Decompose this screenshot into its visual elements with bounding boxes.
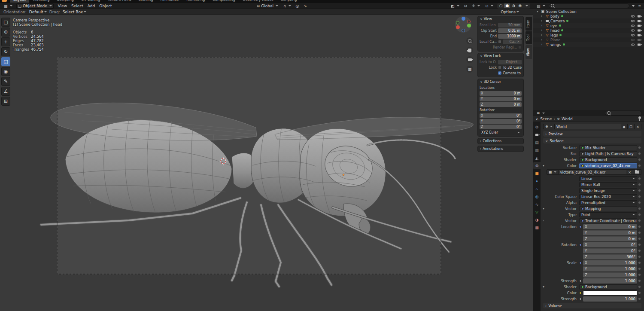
outliner-item[interactable]: › legs [533,33,644,37]
local-camera-checkbox[interactable] [498,40,501,43]
axis-neg-z-icon[interactable] [462,29,465,32]
panel-collections-header[interactable]: ›Collections [478,138,523,144]
editor-type-button[interactable]: ▦ [3,3,14,9]
scale-z-field[interactable]: Z1.000 [583,272,637,277]
hide-viewport-icon[interactable] [631,39,635,41]
workspace-tab[interactable]: Sculpting [54,0,78,3]
render-region-checkbox[interactable] [518,46,522,49]
tab-scene[interactable]: ◭ [533,154,541,162]
tab-view-layer[interactable]: ▥ [533,146,541,154]
disable-render-icon[interactable] [638,20,641,22]
workspace-tab[interactable]: Shading [135,0,157,3]
viewport-menu[interactable]: View [56,4,69,8]
outliner-item[interactable]: › Plane [533,37,644,42]
decorator-icon[interactable] [638,250,641,252]
cursor-rot-x[interactable]: X0° [480,113,522,118]
breadcrumb-scene[interactable]: Scene [540,117,552,121]
workspace-tab[interactable]: Layout [10,0,29,3]
fake-user-icon[interactable]: ◆ [621,124,628,129]
viewport-menu[interactable]: Select [70,4,85,8]
interpolation-dropdown[interactable]: Linear [579,176,637,181]
vector2-field[interactable]: Texture Coordinate | Generated [579,218,637,223]
disable-render-icon[interactable] [638,29,641,31]
scale-y-field[interactable]: Y1.000 [583,266,637,271]
decorator-icon[interactable] [638,152,641,155]
hide-viewport-icon[interactable] [631,24,635,27]
navigation-gizmo[interactable] [455,16,471,33]
gizmos-dropdown[interactable]: ✛ [471,3,481,9]
hide-viewport-icon[interactable] [631,15,635,17]
new-copy-icon[interactable]: ⊡ [628,124,635,129]
tab-output[interactable]: ▤ [533,139,541,146]
decorator-icon[interactable] [638,256,641,258]
local-camera-field[interactable]: Ca..× [503,40,522,44]
tool-add-cube[interactable]: ⊞ [1,97,10,106]
xray-toggle-icon[interactable]: ⊘ [463,3,468,8]
strength1-field[interactable]: 1.000 [583,278,637,284]
lock-3d-cursor-checkbox[interactable] [498,66,501,69]
decorator-icon[interactable] [638,165,641,167]
cursor-loc-y[interactable]: Y0 m [480,97,522,101]
source-dropdown[interactable]: Single Image [579,188,637,193]
outliner-search-input[interactable] [549,3,630,8]
decorator-icon[interactable] [638,244,641,246]
decorator-icon[interactable] [638,286,641,288]
hide-viewport-icon[interactable] [631,29,635,31]
expand-icon[interactable]: › [541,24,545,27]
rotation-order-dropdown[interactable]: XYZ Euler [480,130,522,135]
decorator-icon[interactable] [638,238,641,240]
workspace-tab[interactable]: Modeling [30,0,53,3]
axis-z-icon[interactable] [462,17,465,21]
decorator-icon[interactable] [638,159,641,161]
viewport-menu[interactable]: Add [86,4,97,8]
decorator-icon[interactable] [638,220,641,222]
disable-render-icon[interactable] [638,43,641,46]
shader2-field[interactable]: Background [579,284,637,290]
shading-options-dropdown[interactable] [523,3,529,8]
shading-material-icon[interactable]: ◑ [510,3,516,8]
color1-field[interactable]: victoria_curve_02_4k.exr [579,163,637,168]
decorator-icon[interactable] [638,298,641,300]
fac-field[interactable]: Light Path | Is Camera Ray [579,151,637,156]
properties-search-input[interactable] [605,111,642,116]
breadcrumb-world[interactable]: World [562,117,573,121]
strength2-field[interactable]: 1.000 [583,296,637,302]
cursor-loc-x[interactable]: X0 m [480,91,522,96]
viewport-menu[interactable]: Object [97,4,113,8]
expand-icon[interactable]: › [541,28,545,32]
disable-render-icon[interactable] [638,24,641,27]
workspace-tab[interactable]: Rendering [183,0,208,3]
sidebar-tab[interactable]: Item [526,17,532,30]
outliner-root-row[interactable]: ▾ Scene Collection [533,9,644,14]
decorator-icon[interactable] [638,268,641,270]
rotation-y-field[interactable]: Y0° [583,248,637,253]
expand-icon[interactable]: › [541,33,545,37]
expand-icon[interactable]: › [541,14,545,18]
projection-dropdown[interactable]: Mirror Ball [579,182,637,187]
hide-viewport-icon[interactable] [631,34,635,36]
tab-render[interactable] [533,131,541,138]
outliner-item[interactable]: › wings [533,42,644,47]
orientation-dropdown[interactable]: Default [29,10,47,14]
properties-editor-type-button[interactable]: ≡ [535,110,546,116]
tab-texture[interactable]: ▩ [533,224,541,231]
disable-render-icon[interactable] [638,39,641,41]
unlink-icon[interactable]: × [635,124,641,129]
decorator-icon[interactable] [638,226,641,228]
hide-viewport-icon[interactable] [631,43,635,46]
location-x-field[interactable]: X0 m [583,224,637,229]
unlink-icon[interactable]: × [626,169,633,175]
outliner-item[interactable]: › head [533,28,644,33]
panel-volume-header[interactable]: ›Volume [543,303,641,308]
expand-icon[interactable]: › [541,38,545,42]
open-image-icon[interactable] [633,169,641,175]
workspace-tab[interactable]: UV Editing [78,0,103,3]
tool-move[interactable]: + [1,37,10,46]
background-color-swatch[interactable] [583,290,637,296]
falloff-icon[interactable]: ∿ [303,3,308,8]
workspace-tab[interactable]: Animation [157,0,182,3]
workspace-tab[interactable]: Geometry Nodes [239,0,277,3]
shader1-field[interactable]: Background [579,157,637,162]
tab-modifiers[interactable]: ✦ [533,177,541,185]
transform-orientation-dropdown[interactable]: ⊕Global [255,3,279,9]
